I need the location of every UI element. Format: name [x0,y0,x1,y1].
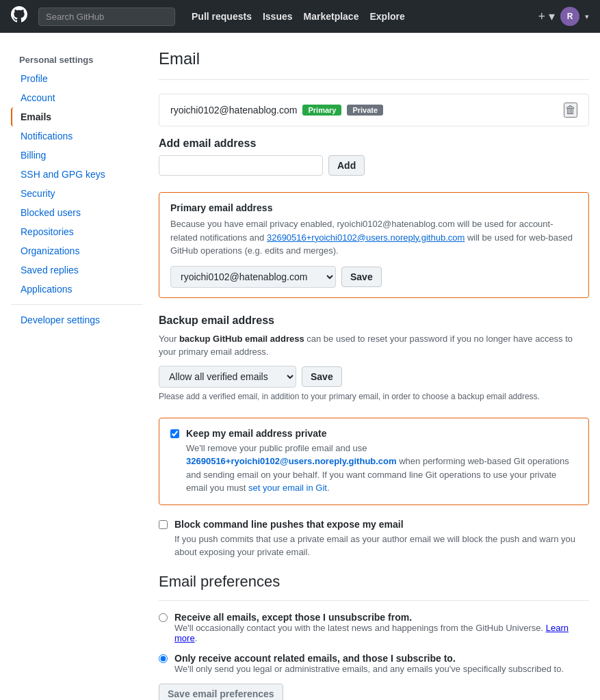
sidebar-divider [11,304,142,305]
sidebar-item-billing[interactable]: Billing [11,146,142,165]
keep-private-row: Keep my email address private We'll remo… [170,428,577,495]
keep-private-box: Keep my email address private We'll remo… [159,418,589,505]
backup-select-row: Allow all verified emails Save [159,366,589,388]
block-pushes-label[interactable]: Block command line pushes that expose my… [174,519,404,530]
backup-email-title: Backup email address [159,314,589,327]
radio-account-label[interactable]: Only receive account related emails, and… [174,653,456,664]
radio-option-account-only: Only receive account related emails, and… [159,653,589,674]
navbar-right: + ▾ R ▾ [538,7,589,26]
private-badge: Private [347,105,383,116]
primary-noreply-email: 32690516+ryoichi0102@users.noreply.githu… [267,232,465,243]
navbar-link-marketplace[interactable]: Marketplace [304,11,359,22]
add-email-button[interactable]: Add [328,155,365,176]
sidebar-item-blocked-users[interactable]: Blocked users [11,203,142,222]
page-wrapper: Personal settings Profile Account Emails… [0,33,600,700]
primary-email-box-title: Primary email address [170,202,577,213]
search-input[interactable] [38,8,175,26]
backup-desc-bold: backup GitHub email address [179,334,304,344]
block-pushes-checkbox[interactable] [159,520,168,529]
avatar[interactable]: R [560,7,579,26]
primary-email-box-text: Because you have email privacy enabled, … [170,217,577,258]
current-email-row: ryoichi0102@hatenablog.com Primary Priva… [159,94,589,126]
primary-email-save-button[interactable]: Save [341,267,382,287]
sidebar-item-organizations[interactable]: Organizations [11,241,142,260]
add-email-label: Add email address [159,137,589,150]
block-pushes-content: Block command line pushes that expose my… [174,519,589,559]
block-pushes-desc: If you push commits that use a private e… [174,533,589,559]
delete-email-button[interactable]: 🗑 [564,103,577,118]
keep-private-checkbox[interactable] [170,429,179,438]
radio-all-emails[interactable] [159,613,168,622]
sidebar-item-applications[interactable]: Applications [11,280,142,299]
email-preferences-section: Email preferences Receive all emails, ex… [159,573,589,701]
save-email-preferences-button[interactable]: Save email preferences [159,684,283,701]
sidebar-item-profile[interactable]: Profile [11,69,142,88]
backup-email-hint: Please add a verified email, in addition… [159,392,589,401]
backup-email-select[interactable]: Allow all verified emails [159,366,296,388]
sidebar-item-ssh-gpg[interactable]: SSH and GPG keys [11,165,142,184]
avatar-chevron[interactable]: ▾ [585,12,589,21]
add-email-row: Add [159,155,589,176]
primary-email-box: Primary email address Because you have e… [159,192,589,298]
backup-email-section: Backup email address Your backup GitHub … [159,314,589,401]
primary-badge: Primary [302,105,341,116]
sidebar-item-saved-replies[interactable]: Saved replies [11,260,142,280]
radio-account-only[interactable] [159,654,168,663]
sidebar-item-developer-settings[interactable]: Developer settings [11,310,142,329]
add-menu-button[interactable]: + ▾ [538,9,555,24]
sidebar: Personal settings Profile Account Emails… [11,49,142,700]
navbar-link-issues[interactable]: Issues [263,11,293,22]
sidebar-heading: Personal settings [11,49,142,69]
navbar-links: Pull requests Issues Marketplace Explore [192,11,405,22]
sidebar-item-account[interactable]: Account [11,88,142,107]
navbar-link-pull-requests[interactable]: Pull requests [192,11,252,22]
radio-account-desc: We'll only send you legal or administrat… [174,664,564,674]
radio-account-content: Only receive account related emails, and… [174,653,564,674]
radio-option-all-emails: Receive all emails, except those I unsub… [159,612,589,643]
navbar-link-explore[interactable]: Explore [369,11,404,22]
add-email-input[interactable] [159,155,323,176]
sidebar-item-repositories[interactable]: Repositories [11,222,142,241]
sidebar-item-security[interactable]: Security [11,184,142,203]
navbar: Pull requests Issues Marketplace Explore… [0,0,600,33]
primary-email-select[interactable]: ryoichi0102@hatenablog.com [170,266,336,288]
backup-email-desc: Your backup GitHub email address can be … [159,332,589,359]
sidebar-item-notifications[interactable]: Notifications [11,126,142,146]
keep-private-label[interactable]: Keep my email address private [186,428,326,439]
block-pushes-box: Block command line pushes that expose my… [159,516,589,562]
current-email-address: ryoichi0102@hatenablog.com [170,105,297,116]
radio-all-desc: We'll occasionally contact you with the … [174,623,589,643]
main-content: Email ryoichi0102@hatenablog.com Primary… [159,49,589,700]
preferences-title: Email preferences [159,573,589,601]
block-pushes-row: Block command line pushes that expose my… [159,519,589,559]
add-email-section: Add email address Add [159,137,589,176]
primary-email-select-row: ryoichi0102@hatenablog.com Save [170,266,577,288]
page-title: Email [159,49,589,80]
save-pref-wrapper: Save email preferences [159,684,589,701]
backup-email-save-button[interactable]: Save [302,366,342,387]
sidebar-item-emails[interactable]: Emails [11,107,142,126]
set-email-git-link[interactable]: set your email in Git [248,483,327,493]
keep-private-content: Keep my email address private We'll remo… [186,428,577,495]
github-logo-icon[interactable] [11,6,27,27]
radio-all-content: Receive all emails, except those I unsub… [174,612,589,643]
backup-desc-before: Your [159,334,179,344]
noreply-email-link[interactable]: 32690516+ryoichi0102@users.noreply.githu… [186,456,397,466]
keep-private-desc: We'll remove your public profile email a… [186,442,577,495]
radio-all-label[interactable]: Receive all emails, except those I unsub… [174,612,412,623]
